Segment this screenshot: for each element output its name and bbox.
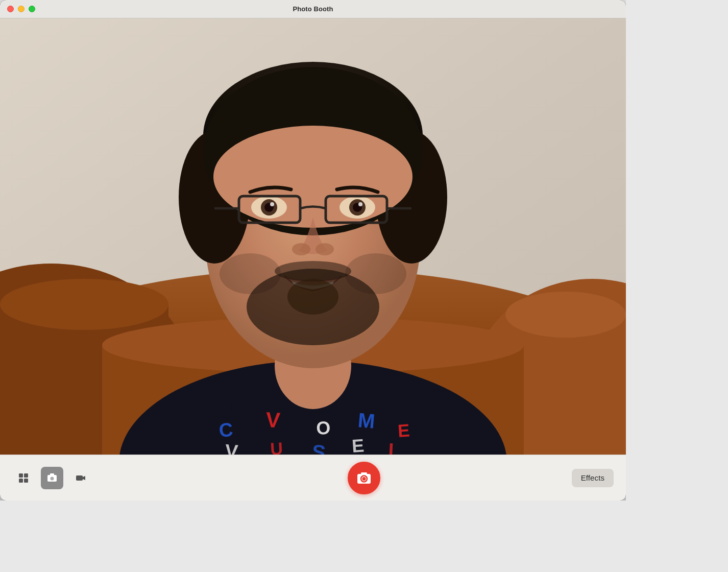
svg-point-43 — [316, 243, 334, 255]
svg-rect-54 — [50, 473, 54, 475]
svg-point-27 — [376, 131, 447, 264]
svg-rect-1 — [0, 18, 626, 455]
svg-rect-52 — [24, 479, 28, 483]
svg-text:O: O — [316, 417, 331, 439]
svg-point-25 — [203, 62, 423, 210]
svg-point-34 — [339, 196, 375, 219]
svg-point-45 — [275, 261, 351, 281]
svg-point-31 — [261, 199, 277, 216]
svg-point-24 — [206, 118, 420, 368]
svg-rect-51 — [19, 479, 23, 483]
svg-point-26 — [179, 131, 250, 264]
toolbar-right: Effects — [572, 469, 614, 487]
svg-rect-49 — [19, 473, 23, 478]
svg-rect-7 — [505, 315, 626, 455]
close-button[interactable] — [7, 6, 14, 12]
svg-point-8 — [505, 292, 626, 338]
svg-point-11 — [119, 361, 507, 455]
svg-text:L: L — [388, 439, 401, 455]
toolbar: Effects — [0, 455, 626, 500]
svg-rect-56 — [76, 475, 83, 481]
svg-point-10 — [102, 317, 524, 373]
svg-point-55 — [51, 476, 54, 480]
svg-point-23 — [275, 322, 351, 409]
svg-text:C: C — [218, 419, 234, 441]
svg-point-46 — [220, 253, 281, 294]
svg-point-29 — [213, 126, 412, 228]
svg-point-33 — [270, 202, 274, 206]
svg-text:M: M — [357, 409, 376, 433]
camera-scene: C V O M E V U S E L — [0, 18, 626, 455]
svg-rect-58 — [361, 472, 367, 475]
svg-rect-4 — [0, 304, 168, 455]
svg-point-30 — [251, 196, 287, 219]
svg-point-47 — [345, 253, 406, 294]
svg-rect-50 — [24, 473, 28, 478]
toolbar-left — [12, 467, 92, 489]
svg-text:U: U — [270, 439, 283, 455]
grid-view-button[interactable] — [12, 467, 35, 489]
camera-view: C V O M E V U S E L — [0, 18, 626, 455]
svg-text:E: E — [397, 420, 410, 441]
toolbar-center — [348, 462, 380, 494]
svg-point-12 — [231, 361, 395, 452]
photo-mode-button[interactable] — [41, 467, 63, 489]
traffic-lights — [7, 6, 35, 12]
svg-text:S: S — [311, 440, 326, 455]
svg-point-36 — [353, 203, 362, 212]
svg-point-35 — [349, 199, 366, 216]
svg-point-6 — [470, 279, 626, 455]
svg-point-3 — [0, 264, 194, 455]
title-bar: Photo Booth — [0, 0, 626, 18]
svg-text:E: E — [351, 435, 365, 455]
svg-point-32 — [264, 203, 274, 212]
capture-button[interactable] — [348, 462, 380, 494]
svg-point-2 — [0, 269, 626, 455]
svg-text:V: V — [224, 440, 239, 455]
video-mode-button[interactable] — [69, 467, 92, 489]
svg-rect-38 — [239, 196, 300, 223]
svg-point-60 — [362, 477, 366, 481]
svg-point-44 — [247, 269, 379, 345]
svg-rect-39 — [326, 196, 387, 223]
app-window: Photo Booth — [0, 0, 626, 500]
minimize-button[interactable] — [18, 6, 25, 12]
svg-point-28 — [203, 67, 423, 235]
svg-point-48 — [287, 279, 338, 315]
svg-point-42 — [292, 243, 310, 255]
maximize-button[interactable] — [29, 6, 35, 12]
svg-rect-0 — [0, 18, 626, 455]
svg-point-5 — [0, 279, 168, 330]
svg-point-37 — [358, 202, 362, 206]
svg-text:V: V — [265, 408, 281, 432]
window-title: Photo Booth — [293, 5, 333, 13]
svg-rect-9 — [102, 345, 524, 455]
effects-button[interactable]: Effects — [572, 469, 614, 487]
